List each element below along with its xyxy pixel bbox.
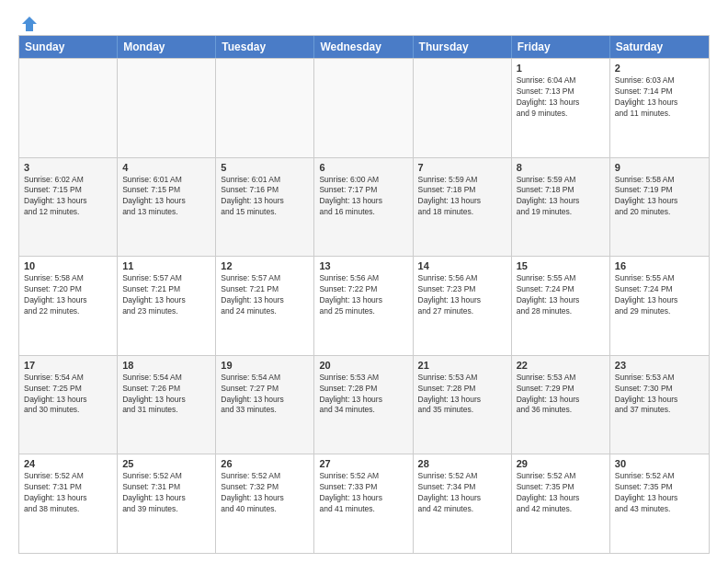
calendar-cell-30: 30Sunrise: 5:52 AM Sunset: 7:35 PM Dayli…	[610, 454, 709, 553]
day-info: Sunrise: 5:52 AM Sunset: 7:32 PM Dayligh…	[221, 471, 309, 515]
weekday-header-sunday: Sunday	[19, 36, 118, 58]
day-info: Sunrise: 6:01 AM Sunset: 7:15 PM Dayligh…	[122, 175, 210, 219]
day-info: Sunrise: 5:56 AM Sunset: 7:23 PM Dayligh…	[418, 273, 506, 317]
calendar-cell-21: 21Sunrise: 5:53 AM Sunset: 7:28 PM Dayli…	[414, 356, 512, 454]
day-info: Sunrise: 6:01 AM Sunset: 7:16 PM Dayligh…	[221, 175, 309, 219]
day-info: Sunrise: 5:52 AM Sunset: 7:31 PM Dayligh…	[24, 471, 112, 515]
calendar-cell-20: 20Sunrise: 5:53 AM Sunset: 7:28 PM Dayli…	[314, 356, 413, 454]
calendar-row-1: 1Sunrise: 6:04 AM Sunset: 7:13 PM Daylig…	[19, 58, 709, 157]
weekday-header-wednesday: Wednesday	[314, 36, 413, 58]
calendar-row-4: 17Sunrise: 5:54 AM Sunset: 7:25 PM Dayli…	[19, 355, 709, 454]
day-number: 20	[319, 360, 407, 371]
day-info: Sunrise: 5:59 AM Sunset: 7:18 PM Dayligh…	[418, 175, 506, 219]
day-info: Sunrise: 5:52 AM Sunset: 7:35 PM Dayligh…	[615, 471, 704, 515]
calendar-cell-4: 4Sunrise: 6:01 AM Sunset: 7:15 PM Daylig…	[118, 158, 216, 257]
day-info: Sunrise: 5:56 AM Sunset: 7:22 PM Dayligh…	[319, 273, 407, 317]
day-number: 18	[122, 360, 210, 371]
day-number: 4	[122, 162, 210, 173]
day-info: Sunrise: 5:54 AM Sunset: 7:26 PM Dayligh…	[122, 373, 210, 417]
calendar-cell-7: 7Sunrise: 5:59 AM Sunset: 7:18 PM Daylig…	[414, 158, 512, 257]
calendar-cell-empty-1	[118, 59, 216, 157]
calendar-row-3: 10Sunrise: 5:58 AM Sunset: 7:20 PM Dayli…	[19, 256, 709, 355]
day-info: Sunrise: 5:59 AM Sunset: 7:18 PM Dayligh…	[517, 175, 605, 219]
day-number: 28	[418, 458, 506, 469]
day-info: Sunrise: 5:57 AM Sunset: 7:21 PM Dayligh…	[221, 273, 309, 317]
calendar-cell-17: 17Sunrise: 5:54 AM Sunset: 7:25 PM Dayli…	[19, 356, 118, 454]
day-number: 7	[418, 162, 506, 173]
day-number: 25	[122, 458, 210, 469]
day-number: 13	[319, 260, 407, 271]
weekday-header-thursday: Thursday	[414, 36, 512, 58]
calendar-cell-empty-3	[314, 59, 413, 157]
day-info: Sunrise: 5:53 AM Sunset: 7:28 PM Dayligh…	[418, 373, 506, 417]
calendar-cell-9: 9Sunrise: 5:58 AM Sunset: 7:19 PM Daylig…	[610, 158, 709, 257]
day-info: Sunrise: 5:52 AM Sunset: 7:31 PM Dayligh…	[122, 471, 210, 515]
day-info: Sunrise: 6:04 AM Sunset: 7:13 PM Dayligh…	[517, 75, 605, 120]
calendar-cell-27: 27Sunrise: 5:52 AM Sunset: 7:33 PM Dayli…	[314, 454, 413, 553]
day-info: Sunrise: 5:54 AM Sunset: 7:27 PM Dayligh…	[221, 373, 309, 417]
day-info: Sunrise: 6:02 AM Sunset: 7:15 PM Dayligh…	[24, 175, 112, 219]
day-info: Sunrise: 5:52 AM Sunset: 7:33 PM Dayligh…	[319, 471, 407, 515]
calendar-cell-2: 2Sunrise: 6:03 AM Sunset: 7:14 PM Daylig…	[610, 59, 709, 157]
day-info: Sunrise: 6:03 AM Sunset: 7:14 PM Dayligh…	[615, 75, 704, 120]
weekday-header-saturday: Saturday	[610, 36, 709, 58]
day-number: 1	[517, 63, 605, 74]
logo-icon	[20, 15, 39, 33]
day-number: 27	[319, 458, 407, 469]
calendar-cell-12: 12Sunrise: 5:57 AM Sunset: 7:21 PM Dayli…	[216, 257, 314, 355]
calendar-cell-5: 5Sunrise: 6:01 AM Sunset: 7:16 PM Daylig…	[216, 158, 314, 257]
calendar-cell-25: 25Sunrise: 5:52 AM Sunset: 7:31 PM Dayli…	[118, 454, 216, 553]
calendar-cell-22: 22Sunrise: 5:53 AM Sunset: 7:29 PM Dayli…	[512, 356, 610, 454]
calendar-cell-empty-2	[216, 59, 314, 157]
day-number: 26	[221, 458, 309, 469]
day-number: 17	[24, 360, 112, 371]
day-number: 10	[24, 260, 112, 271]
weekday-header-friday: Friday	[512, 36, 610, 58]
weekday-header-monday: Monday	[118, 36, 216, 58]
day-info: Sunrise: 5:53 AM Sunset: 7:29 PM Dayligh…	[517, 373, 605, 417]
day-info: Sunrise: 5:52 AM Sunset: 7:34 PM Dayligh…	[418, 471, 506, 515]
logo	[18, 15, 39, 29]
calendar-row-2: 3Sunrise: 6:02 AM Sunset: 7:15 PM Daylig…	[19, 157, 709, 257]
calendar-cell-15: 15Sunrise: 5:55 AM Sunset: 7:24 PM Dayli…	[512, 257, 610, 355]
calendar-cell-empty-4	[414, 59, 512, 157]
calendar: SundayMondayTuesdayWednesdayThursdayFrid…	[18, 35, 710, 554]
calendar-cell-28: 28Sunrise: 5:52 AM Sunset: 7:34 PM Dayli…	[414, 454, 512, 553]
day-info: Sunrise: 5:54 AM Sunset: 7:25 PM Dayligh…	[24, 373, 112, 417]
day-number: 29	[517, 458, 605, 469]
day-info: Sunrise: 5:52 AM Sunset: 7:35 PM Dayligh…	[517, 471, 605, 515]
day-number: 19	[221, 360, 309, 371]
day-number: 12	[221, 260, 309, 271]
calendar-cell-19: 19Sunrise: 5:54 AM Sunset: 7:27 PM Dayli…	[216, 356, 314, 454]
calendar-cell-10: 10Sunrise: 5:58 AM Sunset: 7:20 PM Dayli…	[19, 257, 118, 355]
weekday-header-tuesday: Tuesday	[216, 36, 314, 58]
svg-marker-0	[22, 17, 37, 31]
calendar-cell-13: 13Sunrise: 5:56 AM Sunset: 7:22 PM Dayli…	[314, 257, 413, 355]
day-info: Sunrise: 5:53 AM Sunset: 7:30 PM Dayligh…	[615, 373, 704, 417]
calendar-cell-23: 23Sunrise: 5:53 AM Sunset: 7:30 PM Dayli…	[610, 356, 709, 454]
day-info: Sunrise: 5:57 AM Sunset: 7:21 PM Dayligh…	[122, 273, 210, 317]
calendar-cell-29: 29Sunrise: 5:52 AM Sunset: 7:35 PM Dayli…	[512, 454, 610, 553]
day-number: 8	[517, 162, 605, 173]
calendar-row-5: 24Sunrise: 5:52 AM Sunset: 7:31 PM Dayli…	[19, 454, 709, 553]
day-info: Sunrise: 5:53 AM Sunset: 7:28 PM Dayligh…	[319, 373, 407, 417]
day-number: 16	[615, 260, 704, 271]
day-number: 2	[615, 63, 704, 74]
day-number: 30	[615, 458, 704, 469]
calendar-cell-24: 24Sunrise: 5:52 AM Sunset: 7:31 PM Dayli…	[19, 454, 118, 553]
day-number: 11	[122, 260, 210, 271]
day-info: Sunrise: 5:55 AM Sunset: 7:24 PM Dayligh…	[615, 273, 704, 317]
header	[18, 15, 710, 29]
day-number: 9	[615, 162, 704, 173]
calendar-cell-1: 1Sunrise: 6:04 AM Sunset: 7:13 PM Daylig…	[512, 59, 610, 157]
day-info: Sunrise: 5:58 AM Sunset: 7:19 PM Dayligh…	[615, 175, 704, 219]
day-number: 14	[418, 260, 506, 271]
day-info: Sunrise: 6:00 AM Sunset: 7:17 PM Dayligh…	[319, 175, 407, 219]
calendar-cell-16: 16Sunrise: 5:55 AM Sunset: 7:24 PM Dayli…	[610, 257, 709, 355]
calendar-body: 1Sunrise: 6:04 AM Sunset: 7:13 PM Daylig…	[19, 58, 709, 553]
day-number: 3	[24, 162, 112, 173]
day-info: Sunrise: 5:55 AM Sunset: 7:24 PM Dayligh…	[517, 273, 605, 317]
calendar-cell-3: 3Sunrise: 6:02 AM Sunset: 7:15 PM Daylig…	[19, 158, 118, 257]
day-number: 5	[221, 162, 309, 173]
calendar-cell-18: 18Sunrise: 5:54 AM Sunset: 7:26 PM Dayli…	[118, 356, 216, 454]
